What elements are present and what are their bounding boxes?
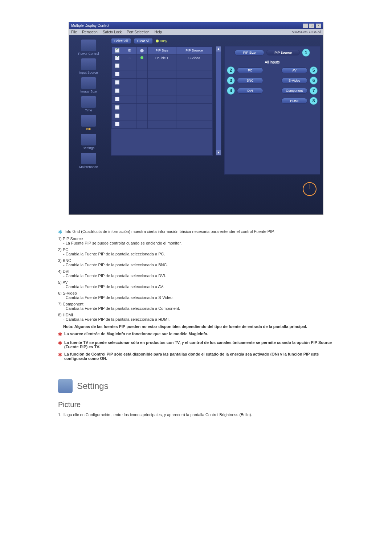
pip-size-button[interactable]: PIP Size <box>234 50 264 56</box>
menu-file[interactable]: File <box>71 30 77 34</box>
maximize-button[interactable]: □ <box>309 24 314 28</box>
settings-heading: Settings <box>58 379 334 393</box>
dvi-button[interactable]: DVI <box>237 88 263 94</box>
item6-sub: - Cambia la Fuente PIP de la pantalla se… <box>63 295 334 300</box>
table-row[interactable] <box>112 120 212 129</box>
red-star-icon: ✱ <box>58 340 62 349</box>
callout-8: 8 <box>310 97 318 105</box>
settings-heading-icon <box>58 379 73 393</box>
table-row[interactable] <box>112 87 212 95</box>
settings-icon <box>81 134 96 145</box>
clear-all-button[interactable]: Clear All <box>134 38 153 44</box>
minimize-button[interactable]: _ <box>303 24 308 28</box>
item7-sub: - Cambia la Fuente PIP de la pantalla se… <box>63 306 334 311</box>
sidebar-label: Image Size <box>80 90 97 93</box>
sidebar-item-image[interactable]: Image Size <box>70 77 107 93</box>
row-checkbox[interactable] <box>115 89 119 93</box>
picture-heading: Picture <box>58 401 334 409</box>
col-id: ID <box>123 47 136 54</box>
bold2: La fuente TV se puede seleccionar sólo e… <box>64 340 334 349</box>
sidebar-item-pip[interactable]: PIP <box>70 114 107 131</box>
grid-scrollbar[interactable]: ▲ ▼ <box>216 46 221 156</box>
picture-step1: 1. Haga clic en Configuración , entre lo… <box>58 413 334 417</box>
bold1: La source d'entrée de MagicInfo ne fonct… <box>64 332 208 337</box>
callout-5: 5 <box>310 66 318 74</box>
item5-sub: - Cambia la Fuente PIP de la pantalla se… <box>63 284 334 289</box>
all-inputs-label: All Inputs <box>227 60 318 64</box>
row-checkbox[interactable] <box>115 80 119 85</box>
maintenance-icon <box>81 153 96 164</box>
menu-help[interactable]: Help <box>154 30 162 34</box>
item7-title: Component <box>63 302 83 306</box>
table-row[interactable] <box>112 62 212 70</box>
table-row[interactable] <box>112 79 212 87</box>
table-row[interactable] <box>112 112 212 120</box>
pip-icon <box>81 115 96 127</box>
col-pipsource: PIP Source <box>176 47 212 54</box>
sidebar-item-input[interactable]: Input Source <box>70 58 107 74</box>
clock-icon <box>303 182 317 196</box>
settings-heading-label: Settings <box>77 381 109 391</box>
scroll-up-icon[interactable]: ▲ <box>216 46 221 52</box>
num-label: 8) <box>58 313 62 317</box>
select-all-button[interactable]: Select All <box>111 38 131 44</box>
table-row[interactable] <box>112 95 212 104</box>
document-body: ✱ Info Grid (Cuadrícula de información) … <box>58 229 334 417</box>
num-label: 5) <box>58 280 62 284</box>
component-button[interactable]: Component <box>281 88 307 94</box>
menubar: File Remocon Safety Lock Port Selection … <box>69 29 323 35</box>
sidebar-item-maintenance[interactable]: Maintenance <box>70 152 107 169</box>
item3-title: BNC <box>63 258 71 263</box>
busy-label: Busy <box>160 39 167 43</box>
sidebar-item-time[interactable]: Time <box>70 95 107 112</box>
close-button[interactable]: × <box>316 24 321 28</box>
power-icon <box>81 40 96 51</box>
scroll-down-icon[interactable]: ▼ <box>216 150 221 155</box>
num-label: 3) <box>58 258 62 263</box>
item8-sub: - Cambia la Fuente PIP de la pantalla se… <box>63 317 334 321</box>
image-icon <box>81 77 96 89</box>
star-icon: ✱ <box>58 229 62 234</box>
window-title: Multiple Display Control <box>71 24 109 28</box>
sidebar-label: Maintenance <box>79 165 98 169</box>
menu-safety-lock[interactable]: Safety Lock <box>103 30 122 34</box>
pip-source-button[interactable]: PIP Source <box>266 50 300 56</box>
row-checkbox[interactable] <box>115 72 119 76</box>
header-checkbox[interactable] <box>115 48 119 53</box>
sidebar-item-power[interactable]: Power Control <box>70 39 107 56</box>
menu-remocon[interactable]: Remocon <box>82 30 98 34</box>
sidebar: Power Control Input Source Image Size Ti… <box>69 35 108 206</box>
svideo-button[interactable]: S-Video <box>281 78 307 83</box>
item4-title: DVI <box>63 269 69 274</box>
input-icon <box>81 58 96 70</box>
table-row[interactable] <box>112 70 212 79</box>
callout-7: 7 <box>310 87 318 95</box>
row-checkbox[interactable] <box>115 56 119 60</box>
sidebar-item-settings[interactable]: Settings <box>70 133 107 150</box>
callout-6: 6 <box>310 77 318 85</box>
row-checkbox[interactable] <box>115 105 119 110</box>
table-row[interactable]: 0 Double 1 S-Video <box>112 54 212 62</box>
row-checkbox[interactable] <box>115 122 119 126</box>
item5-title: AV <box>63 280 68 284</box>
bnc-button[interactable]: BNC <box>237 78 263 83</box>
status-dot-icon <box>140 56 143 59</box>
sidebar-label: PIP <box>86 127 91 131</box>
app-window: Multiple Display Control _ □ × File Remo… <box>69 22 323 215</box>
hdmi-button[interactable]: HDMI <box>281 98 307 104</box>
sidebar-label: Input Source <box>79 71 98 74</box>
av-button[interactable]: AV <box>281 67 307 73</box>
row-checkbox[interactable] <box>115 63 119 68</box>
sidebar-label: Power Control <box>78 52 99 56</box>
sidebar-label: Time <box>85 108 92 112</box>
row-checkbox[interactable] <box>115 97 119 101</box>
bottom-bar <box>111 175 320 204</box>
time-icon <box>81 96 96 108</box>
menu-port-selection[interactable]: Port Selection <box>127 30 149 34</box>
info-grid: ID ⬤ PIP Size PIP Source 0 Double 1 S-Vi… <box>111 46 213 156</box>
row-checkbox[interactable] <box>115 114 119 118</box>
pc-button[interactable]: PC <box>237 67 263 73</box>
status-header-icon: ⬤ <box>140 49 144 52</box>
table-row[interactable] <box>112 104 212 112</box>
num-label: 4) <box>58 269 62 274</box>
